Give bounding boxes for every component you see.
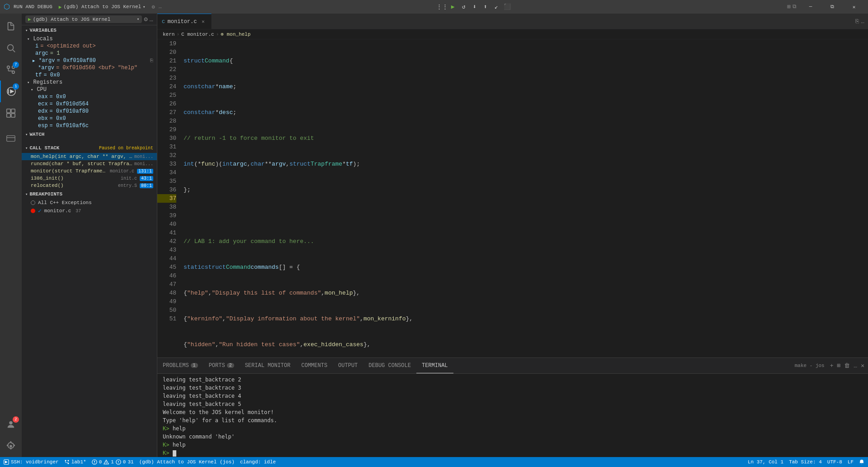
var-argc[interactable]: argc = 1 <box>22 50 157 57</box>
stack-item-0[interactable]: mon_help(int argc, char ** argv, struct … <box>22 153 157 160</box>
layout-icon[interactable]: ⊞ <box>787 3 791 10</box>
restore-btn[interactable]: ⧉ <box>822 0 843 14</box>
panel-tab-ports[interactable]: PORTS 2 <box>203 358 240 373</box>
reg-esp[interactable]: esp = 0xf010af6c <box>22 122 157 129</box>
copy-icon[interactable]: ⎘ <box>150 58 153 63</box>
breakpoints-label: BREAKPOINTS <box>29 191 62 197</box>
activity-explorer[interactable] <box>0 15 22 37</box>
svg-rect-13 <box>11 114 15 117</box>
debug-step-into-btn[interactable]: ⬆ <box>481 2 491 12</box>
activity-source-control[interactable]: 7 <box>0 59 22 81</box>
svg-rect-10 <box>7 109 10 113</box>
svg-point-28 <box>106 463 107 464</box>
debug-settings-icon[interactable]: ⚙ <box>144 15 147 23</box>
breadcrumb-monitor-c[interactable]: C monitor.c <box>181 32 214 37</box>
debug-play-icon: ▶ <box>59 4 62 10</box>
status-encoding[interactable]: UTF-8 <box>827 459 842 465</box>
close-btn[interactable]: ✕ <box>844 0 864 14</box>
panel-tab-comments[interactable]: COMMENTS <box>296 358 333 373</box>
code-editor[interactable]: 19 20 21 22 23 24 25 26 27 28 29 30 31 3… <box>157 39 868 357</box>
var-argv-buf[interactable]: *argv = 0xf010d560 <buf> "help" <box>22 64 157 71</box>
svg-line-1 <box>13 50 15 52</box>
bp-all-cpp[interactable]: All C++ Exceptions <box>22 199 157 206</box>
code-line-19: struct Command { <box>184 57 868 65</box>
stack-item-3[interactable]: i386_init() init.c 43:1 <box>22 175 157 182</box>
terminal-add-icon[interactable]: ⊞ <box>837 362 841 369</box>
stack-item-1[interactable]: runcmd(char * buf, struct Trapframe * tf… <box>22 160 157 167</box>
stack-item-2[interactable]: monitor(struct Trapframe * tf) monitor.c… <box>22 167 157 175</box>
breadcrumb-mon-help[interactable]: ⊕ mon_help <box>221 31 250 37</box>
registers-group[interactable]: ▾ Registers <box>22 79 157 86</box>
panel-tab-problems[interactable]: PROBLEMS 1 <box>157 358 203 373</box>
panel-tab-output[interactable]: OUTPUT <box>333 358 363 373</box>
status-branch[interactable]: lab1* <box>64 459 86 465</box>
reg-eax[interactable]: eax = 0x0 <box>22 93 157 100</box>
minimize-btn[interactable]: ─ <box>800 0 821 14</box>
watch-section-header[interactable]: ▾ WATCH <box>22 129 157 139</box>
tab-close-btn[interactable]: ✕ <box>199 18 207 25</box>
activity-extensions[interactable] <box>0 102 22 124</box>
svg-rect-12 <box>7 114 10 117</box>
sidebar-layout-icon[interactable]: ⧉ <box>793 4 797 10</box>
status-encoding-label: UTF-8 <box>827 459 842 465</box>
stack-item-4[interactable]: relocated() entry.S 80:1 <box>22 182 157 189</box>
debug-run-btn[interactable]: ▶ <box>448 2 458 12</box>
status-debug[interactable]: (gdb) Attach to JOS Kernel (jos) <box>139 459 235 465</box>
cpu-group[interactable]: ▾ CPU <box>22 86 157 93</box>
terminal-line-9: K> help <box>163 441 863 449</box>
debug-session-name: (gdb) Attach to JOS Kernel <box>63 4 141 10</box>
tab-monitor-c[interactable]: C monitor.c ✕ <box>157 14 212 29</box>
breadcrumb-kern[interactable]: kern <box>163 32 175 37</box>
var-argv-expand[interactable]: ▶ *argv = 0xf010af80 ⎘ <box>22 57 157 64</box>
terminal-split-icon[interactable]: + <box>830 362 834 369</box>
panel-tab-debug-console[interactable]: DEBUG CONSOLE <box>363 358 416 373</box>
debug-restart-btn[interactable]: ↺ <box>459 2 469 12</box>
locals-group[interactable]: ▾ Locals <box>22 35 157 43</box>
panel-close-icon[interactable]: ✕ <box>861 362 864 369</box>
activity-run-debug[interactable]: 1 <box>0 81 22 102</box>
panel-tab-serial[interactable]: SERIAL MONITOR <box>240 358 296 373</box>
settings-icon[interactable]: ⚙ <box>152 4 155 10</box>
debug-session-dropdown[interactable]: ▶ (gdb) Attach to JOS Kernel ▾ <box>56 3 148 11</box>
status-position-label: Ln 37, Col 1 <box>748 459 783 465</box>
terminal-line-7: K> help <box>163 424 863 433</box>
activity-search[interactable] <box>0 37 22 59</box>
debug-continue-btn[interactable]: ⋮⋮ <box>437 2 447 12</box>
activity-remote[interactable] <box>0 128 22 149</box>
reg-ebx[interactable]: ebx = 0x0 <box>22 115 157 122</box>
bp-monitor-c[interactable]: ✓ monitor.c 37 <box>22 206 157 215</box>
more-icon[interactable]: … <box>159 4 162 10</box>
status-line-ending[interactable]: LF <box>848 459 854 465</box>
status-hints-count: 31 <box>127 459 133 465</box>
activity-accounts[interactable]: 2 <box>0 414 22 435</box>
var-tf[interactable]: tf = 0x0 <box>22 71 157 79</box>
debug-stop-btn[interactable]: ⬛ <box>502 2 512 12</box>
debug-step-over-btn[interactable]: ⬇ <box>470 2 480 12</box>
status-position[interactable]: Ln 37, Col 1 <box>748 459 783 465</box>
terminal-more-icon[interactable]: … <box>854 362 857 369</box>
reg-edx[interactable]: edx = 0xf010af80 <box>22 108 157 115</box>
activity-bar: 7 1 2 <box>0 14 22 457</box>
call-stack-header[interactable]: ▾ CALL STACK Paused on breakpoint <box>22 143 157 153</box>
activity-settings[interactable] <box>0 435 22 457</box>
terminal-line-4: leaving test_backtrace 5 <box>163 400 863 408</box>
breakpoints-section-header[interactable]: ▾ BREAKPOINTS <box>22 189 157 199</box>
reg-ecx[interactable]: ecx = 0xf010d564 <box>22 100 157 108</box>
status-lang-server[interactable]: clangd: idle <box>240 459 276 465</box>
status-tabsize[interactable]: Tab Size: 4 <box>789 459 822 465</box>
panel-tab-terminal[interactable]: TERMINAL <box>416 358 453 373</box>
split-editor-icon[interactable]: ⎘ <box>855 18 859 25</box>
variables-section-header[interactable]: ▾ VARIABLES <box>22 25 157 35</box>
status-notifications[interactable] <box>859 459 864 465</box>
debug-more-icon[interactable]: … <box>150 16 153 23</box>
debug-step-out-btn[interactable]: ↙ <box>491 2 501 12</box>
debug-dropdown[interactable]: ▶ (gdb) Attach to JOS Kernel ▾ <box>25 15 142 23</box>
debug-badge: 1 <box>13 83 19 90</box>
terminal-trash-icon[interactable]: 🗑 <box>844 362 850 369</box>
status-ssh[interactable]: SSH: voidbringer <box>4 459 59 465</box>
status-errors[interactable]: 0 1 0 31 <box>92 459 134 465</box>
more-actions-icon[interactable]: … <box>861 18 864 25</box>
var-i[interactable]: i = <optimized out> <box>22 43 157 50</box>
terminal-line-8: Unknown command 'help' <box>163 433 863 441</box>
run-debug-label: RUN AND DEBUG <box>14 4 52 10</box>
